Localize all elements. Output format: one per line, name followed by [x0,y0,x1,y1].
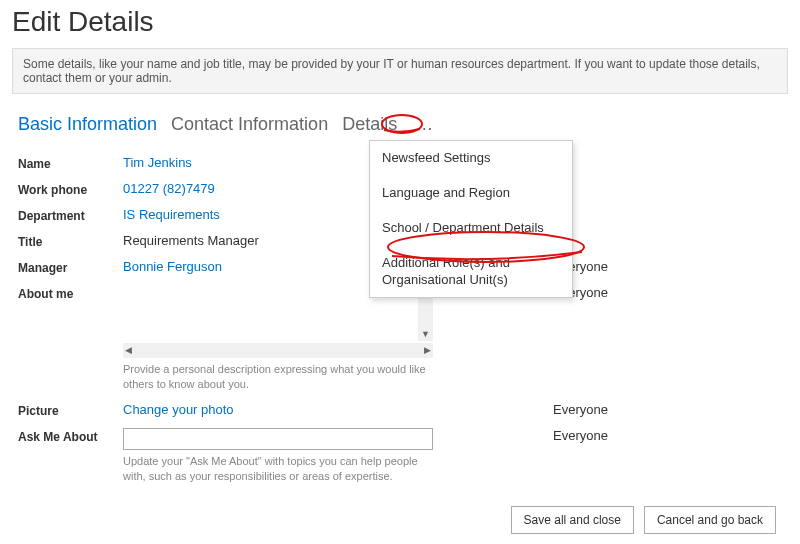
label-picture: Picture [18,402,123,418]
audience-ask-me-about: Everyone [433,428,608,443]
value-change-photo[interactable]: Change your photo [123,402,234,417]
row-picture: Picture Change your photo Everyone [18,402,782,418]
ask-me-about-input[interactable] [123,428,433,450]
tab-basic-information[interactable]: Basic Information [18,112,157,137]
cancel-button[interactable]: Cancel and go back [644,506,776,534]
dropdown-additional-roles[interactable]: Additional Role(s) and Organisational Un… [370,246,572,298]
page-title: Edit Details [0,0,800,48]
more-dropdown: Newsfeed Settings Language and Region Sc… [369,140,573,298]
label-work-phone: Work phone [18,181,123,197]
dropdown-language-region[interactable]: Language and Region [370,176,572,211]
dropdown-newsfeed-settings[interactable]: Newsfeed Settings [370,141,572,176]
label-title: Title [18,233,123,249]
tab-more-icon[interactable]: … [411,114,438,135]
row-about-me: About me ▲ ▼ ◀ ▶ Provide a personal desc… [18,285,782,392]
helper-about-me: Provide a personal description expressin… [123,362,433,392]
tabs-row: Basic Information Contact Information De… [0,112,800,141]
label-about-me: About me [18,285,123,301]
scroll-right-icon[interactable]: ▶ [422,344,433,357]
footer-buttons: Save all and close Cancel and go back [511,506,776,534]
tab-contact-information[interactable]: Contact Information [171,112,328,137]
label-ask-me-about: Ask Me About [18,428,123,444]
value-title: Requirements Manager [123,233,259,248]
helper-ask-me-about: Update your "Ask Me About" with topics y… [123,454,433,484]
value-name[interactable]: Tim Jenkins [123,155,192,170]
row-ask-me-about: Ask Me About Update your "Ask Me About" … [18,428,782,484]
dropdown-school-department[interactable]: School / Department Details [370,211,572,246]
info-bar: Some details, like your name and job tit… [12,48,788,94]
value-manager[interactable]: Bonnie Ferguson [123,259,222,274]
scrollbar-horizontal[interactable]: ◀ ▶ [123,343,433,358]
audience-picture: Everyone [433,402,608,417]
save-all-button[interactable]: Save all and close [511,506,634,534]
label-manager: Manager [18,259,123,275]
value-department[interactable]: IS Requirements [123,207,220,222]
tab-details[interactable]: Details [342,112,397,137]
label-name: Name [18,155,123,171]
scroll-left-icon[interactable]: ◀ [123,344,134,357]
label-department: Department [18,207,123,223]
value-work-phone[interactable]: 01227 (82)7479 [123,181,215,196]
scroll-down-icon[interactable]: ▼ [419,328,432,341]
